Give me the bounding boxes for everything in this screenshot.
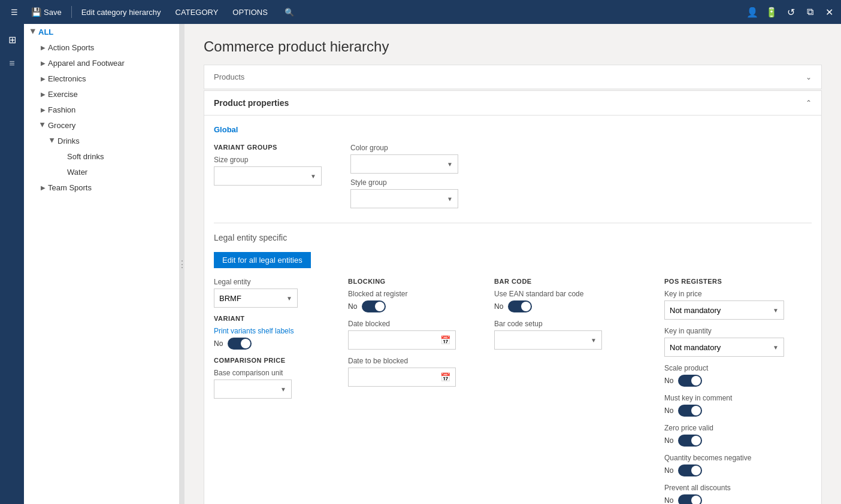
date-to-be-blocked-label: Date to be blocked: [348, 357, 480, 365]
window-icon[interactable]: ⧉: [803, 5, 817, 19]
must-key-in-comment-toggle[interactable]: [678, 405, 702, 417]
date-blocked-label: Date blocked: [348, 320, 480, 328]
list-icon[interactable]: ≡: [1, 53, 23, 74]
tree-item-all[interactable]: ▶ ALL: [24, 24, 179, 40]
close-icon[interactable]: ✕: [822, 5, 836, 19]
size-group-select[interactable]: [214, 167, 321, 185]
save-label: Save: [44, 8, 62, 17]
arrow-team-sports: ▶: [38, 183, 48, 192]
tree-item-drinks[interactable]: ▶ Drinks: [24, 133, 179, 148]
size-group-select-wrapper: ▼: [214, 166, 322, 186]
prevent-all-discounts-row: No: [664, 494, 812, 504]
print-variants-toggle[interactable]: [228, 338, 252, 350]
blocked-at-register-row: No: [348, 300, 480, 312]
products-section-header[interactable]: Products ⌄: [204, 65, 822, 89]
tree-item-grocery[interactable]: ▶ Grocery: [24, 117, 179, 133]
tree-item-exercise[interactable]: ▶ Exercise: [24, 86, 179, 102]
edit-all-legal-entities-button[interactable]: Edit for all legal entities: [214, 252, 311, 268]
filter-icon[interactable]: ⊞: [1, 29, 23, 50]
base-comparison-unit-label: Base comparison unit: [214, 369, 334, 377]
divider: [214, 223, 812, 223]
key-in-price-select[interactable]: Not mandatory Mandatory Not allowed: [665, 301, 783, 319]
key-in-quantity-select-wrapper: Not mandatory Mandatory Not allowed ▼: [664, 338, 784, 357]
quantity-becomes-negative-toggle[interactable]: [678, 464, 702, 476]
key-in-price-label: Key in price: [664, 290, 812, 298]
zero-price-valid-row: No: [664, 435, 812, 447]
date-blocked-input[interactable]: 📅: [348, 330, 456, 350]
quantity-becomes-negative-value: No: [664, 466, 673, 475]
must-key-in-comment-row: No: [664, 405, 812, 417]
global-label: Global: [214, 125, 812, 134]
save-button[interactable]: 💾 Save: [26, 5, 66, 19]
products-chevron-icon: ⌄: [806, 73, 812, 81]
nav-category[interactable]: CATEGORY: [168, 0, 226, 24]
tree-item-fashion[interactable]: ▶ Fashion: [24, 102, 179, 117]
tree-item-action-sports[interactable]: ▶ Action Sports: [24, 40, 179, 55]
topbar-actions: 👤 🔋 ↺ ⧉ ✕: [745, 5, 836, 19]
style-group-select[interactable]: [351, 190, 458, 208]
content-area: Commerce product hierarchy Products ⌄ Pr…: [184, 24, 841, 504]
blocked-at-register-value: No: [348, 302, 357, 311]
variant-groups-label: VARIANT GROUPS: [214, 144, 322, 151]
base-comparison-unit-select[interactable]: [214, 380, 291, 398]
resize-handle[interactable]: [180, 24, 184, 504]
tree-label-team-sports: Team Sports: [48, 183, 174, 192]
bar-code-label: BAR CODE: [494, 278, 650, 285]
user-icon[interactable]: 👤: [745, 5, 760, 19]
color-group-label: Color group: [350, 144, 458, 152]
refresh-icon[interactable]: ↺: [783, 5, 798, 19]
bar-code-setup-select[interactable]: [495, 331, 601, 349]
search-icon[interactable]: 🔍: [282, 5, 297, 19]
arrow-grocery: ▶: [38, 120, 48, 130]
legal-entity-select-wrapper: BRMF ▼: [214, 289, 298, 308]
arrow-all: ▶: [29, 27, 38, 37]
products-section-label: Products: [214, 72, 244, 81]
tree-label-grocery: Grocery: [48, 121, 174, 130]
tree-label-soft-drinks: Soft drinks: [67, 152, 174, 161]
zero-price-valid-toggle[interactable]: [678, 435, 702, 447]
tree-label-all: ALL: [38, 28, 174, 37]
tree-label-action-sports: Action Sports: [48, 43, 174, 52]
tree-label-drinks: Drinks: [58, 136, 174, 145]
arrow-exercise: ▶: [38, 89, 48, 99]
hamburger-menu[interactable]: ☰: [5, 2, 24, 22]
quantity-becomes-negative-label: Quantity becomes negative: [664, 454, 812, 462]
topbar-nav: CATEGORY OPTIONS: [168, 0, 275, 24]
tree-item-water[interactable]: ▶ Water: [24, 164, 179, 180]
tree-panel: ▶ ALL ▶ Action Sports ▶ Apparel and Foot…: [24, 24, 180, 504]
properties-header[interactable]: Product properties ⌃: [204, 91, 821, 116]
variant-section-label: VARIANT: [214, 315, 334, 322]
color-style-group-section: Color group ▼ Style group: [350, 144, 458, 208]
tree-item-team-sports[interactable]: ▶ Team Sports: [24, 180, 179, 195]
prevent-all-discounts-label: Prevent all discounts: [664, 484, 812, 492]
topbar-title: Edit category hierarchy: [77, 8, 166, 17]
tree-label-electronics: Electronics: [48, 74, 174, 83]
tree-item-electronics[interactable]: ▶ Electronics: [24, 71, 179, 86]
bar-code-setup-select-wrapper: ▼: [494, 330, 602, 350]
legal-entity-select[interactable]: BRMF: [214, 289, 297, 307]
key-in-quantity-select[interactable]: Not mandatory Mandatory Not allowed: [665, 338, 783, 356]
tree-label-fashion: Fashion: [48, 105, 174, 114]
print-variants-value: No: [214, 339, 223, 348]
zero-price-valid-label: Zero price valid: [664, 424, 812, 432]
tree-item-apparel-footwear[interactable]: ▶ Apparel and Footwear: [24, 55, 179, 71]
properties-content: Global VARIANT GROUPS Size group ▼: [204, 116, 821, 504]
scale-product-toggle[interactable]: [678, 375, 702, 387]
use-ean-value: No: [494, 302, 503, 311]
nav-options[interactable]: OPTIONS: [225, 0, 275, 24]
use-ean-row: No: [494, 300, 650, 312]
blocked-at-register-toggle[interactable]: [362, 300, 386, 312]
scale-product-value: No: [664, 377, 673, 385]
scale-product-row: No: [664, 375, 812, 387]
form-grid: Legal entity BRMF ▼ VARIANT Pri: [214, 278, 812, 504]
color-group-select[interactable]: [351, 155, 458, 173]
tree-item-soft-drinks[interactable]: ▶ Soft drinks: [24, 148, 179, 164]
topbar: ☰ 💾 Save Edit category hierarchy CATEGOR…: [0, 0, 841, 24]
size-group-label: Size group: [214, 156, 322, 164]
arrow-drinks: ▶: [48, 136, 58, 145]
comparison-price-label: COMPARISON PRICE: [214, 357, 334, 364]
date-to-be-blocked-input[interactable]: 📅: [348, 368, 456, 387]
use-ean-toggle[interactable]: [508, 300, 532, 312]
prevent-all-discounts-toggle[interactable]: [678, 494, 702, 504]
style-group-select-wrapper: ▼: [350, 189, 458, 208]
